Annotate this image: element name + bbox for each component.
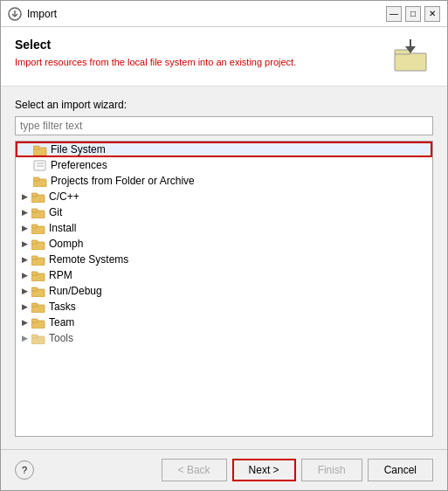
svg-rect-28 xyxy=(31,287,38,291)
svg-rect-9 xyxy=(33,146,39,149)
svg-rect-18 xyxy=(31,209,38,212)
header-icon xyxy=(391,38,433,75)
help-button[interactable]: ? xyxy=(15,460,34,480)
tree-item-file-system[interactable]: File System xyxy=(16,142,432,157)
tree-label-projects-from-folder: Projects from Folder or Archive xyxy=(51,175,195,187)
tree-label-rpm: RPM xyxy=(49,269,72,281)
svg-rect-4 xyxy=(395,53,426,71)
title-bar-left: Import xyxy=(8,7,57,21)
tree-label-remote-systems: Remote Systems xyxy=(49,253,128,266)
tree-item-remote-systems[interactable]: ▶ Remote Systems xyxy=(16,252,432,267)
import-icon xyxy=(8,7,22,21)
expander-team[interactable]: ▶ xyxy=(19,317,30,328)
tree-label-team: Team xyxy=(49,316,74,328)
tree-item-oomph[interactable]: ▶ Oomph xyxy=(16,236,432,252)
tree-container[interactable]: File System Preferences Projects xyxy=(15,141,433,437)
tree-item-tasks[interactable]: ▶ Tasks xyxy=(16,299,432,315)
expander-install[interactable]: ▶ xyxy=(19,223,30,233)
tree-item-git[interactable]: ▶ Git xyxy=(16,204,432,220)
svg-rect-34 xyxy=(31,335,38,338)
minimize-button[interactable]: — xyxy=(386,6,402,22)
svg-rect-14 xyxy=(33,177,39,181)
svg-rect-32 xyxy=(31,319,38,322)
tree-item-team[interactable]: ▶ Team xyxy=(16,315,432,330)
tree-label-preferences: Preferences xyxy=(51,159,107,171)
expander-oomph[interactable]: ▶ xyxy=(19,239,30,249)
filter-input[interactable] xyxy=(15,116,433,135)
tree-label-oomph: Oomph xyxy=(49,238,83,250)
tree-label-tools: Tools xyxy=(49,332,73,344)
svg-rect-26 xyxy=(31,272,38,275)
page-title: Select xyxy=(15,38,296,52)
svg-rect-20 xyxy=(31,225,38,228)
tree-item-tools[interactable]: ▶ Tools xyxy=(16,330,432,346)
tree-label-tasks: Tasks xyxy=(49,301,76,313)
finish-button[interactable]: Finish xyxy=(301,459,362,481)
wizard-label: Select an import wizard: xyxy=(15,99,433,111)
page-header: Select Import resources from the local f… xyxy=(1,27,447,86)
tree-item-preferences[interactable]: Preferences xyxy=(16,157,432,173)
expander-tasks[interactable]: ▶ xyxy=(19,301,30,312)
expander-tools[interactable]: ▶ xyxy=(19,333,30,343)
expander-c-cpp[interactable]: ▶ xyxy=(19,191,30,202)
import-dialog: Import — □ ✕ Select Import resources fro… xyxy=(0,0,448,491)
expander-remote-systems[interactable]: ▶ xyxy=(19,254,30,265)
expander-run-debug[interactable]: ▶ xyxy=(19,286,30,296)
next-button[interactable]: Next > xyxy=(232,459,296,481)
svg-rect-22 xyxy=(31,240,38,244)
content-area: Select an import wizard: File System xyxy=(1,86,447,449)
page-description: Import resources from the local file sys… xyxy=(15,57,296,67)
cancel-button[interactable]: Cancel xyxy=(368,459,433,481)
tree-label-run-debug: Run/Debug xyxy=(49,285,102,297)
close-button[interactable]: ✕ xyxy=(424,6,440,22)
title-bar: Import — □ ✕ xyxy=(1,1,447,27)
tree-item-rpm[interactable]: ▶ RPM xyxy=(16,267,432,283)
svg-rect-5 xyxy=(395,50,410,54)
back-button[interactable]: < Back xyxy=(162,459,227,481)
tree-item-c-cpp[interactable]: ▶ C/C++ xyxy=(16,189,432,204)
tree-label-git: Git xyxy=(49,206,62,218)
expander-rpm[interactable]: ▶ xyxy=(19,270,30,280)
svg-rect-16 xyxy=(31,193,38,197)
svg-rect-30 xyxy=(31,303,38,307)
tree-item-projects-from-folder[interactable]: Projects from Folder or Archive xyxy=(16,173,432,189)
tree-label-file-system: File System xyxy=(51,143,106,156)
svg-rect-24 xyxy=(31,256,38,259)
tree-item-run-debug[interactable]: ▶ Run/Debug xyxy=(16,283,432,299)
maximize-button[interactable]: □ xyxy=(405,6,421,22)
tree-label-install: Install xyxy=(49,222,76,234)
title-buttons: — □ ✕ xyxy=(386,6,440,22)
tree-label-c-cpp: C/C++ xyxy=(49,190,79,203)
tree-item-install[interactable]: ▶ Install xyxy=(16,220,432,236)
dialog-title: Import xyxy=(27,8,57,20)
button-bar: ? < Back Next > Finish Cancel xyxy=(1,449,447,490)
expander-git[interactable]: ▶ xyxy=(19,207,30,218)
